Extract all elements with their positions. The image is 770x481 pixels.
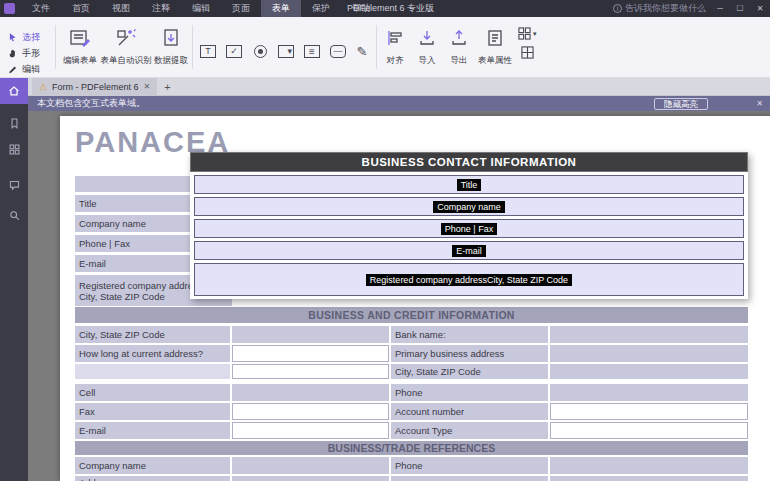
separator <box>192 25 193 69</box>
align-label: 对齐 <box>387 55 404 65</box>
hand-tool-button[interactable]: 手形 <box>8 46 40 60</box>
input-cell[interactable] <box>232 422 389 439</box>
align-icon <box>380 24 410 52</box>
table-row: City, State ZIP Code Bank name: <box>75 326 748 343</box>
list-box-icon[interactable]: ≡ <box>300 39 324 63</box>
push-button-icon[interactable]: — <box>326 39 350 63</box>
table-cell: Account Type <box>391 422 548 439</box>
menu-form[interactable]: 表单 <box>261 0 301 17</box>
input-cell[interactable] <box>550 384 748 401</box>
input-cell[interactable] <box>232 326 389 343</box>
cursor-icon <box>8 32 18 43</box>
grid-dropdown-button[interactable]: ▾ <box>518 27 537 40</box>
table-cell: Bank name: <box>391 326 548 343</box>
checkbox-icon[interactable]: ✓ <box>222 39 246 63</box>
thumbnails-panel-button[interactable] <box>0 136 28 162</box>
window-title: PDFelement 6 专业版 <box>347 0 434 17</box>
input-cell[interactable] <box>232 403 389 420</box>
menu-home[interactable]: 首页 <box>61 0 101 17</box>
form-field-address[interactable]: Registered company addressCity, State ZI… <box>194 263 744 296</box>
input-cell[interactable] <box>75 364 230 379</box>
edit-form-button[interactable]: 编辑表单 <box>58 24 102 67</box>
menu-comment[interactable]: 注释 <box>141 0 181 17</box>
input-cell[interactable] <box>232 345 389 362</box>
text-field-icon[interactable]: T <box>196 39 220 63</box>
field-name-chip: E-mail <box>452 245 486 257</box>
table-row: Address <box>75 476 748 481</box>
edit-form-label: 编辑表单 <box>63 55 97 65</box>
close-button[interactable]: ✕ <box>750 0 770 17</box>
edit-tool-label: 编辑 <box>22 63 40 76</box>
bookmarks-panel-button[interactable] <box>0 110 28 136</box>
window-controls: ─ ☐ ✕ <box>710 0 770 17</box>
highlight-fields-button[interactable]: 隐藏高亮 <box>654 98 708 110</box>
edit-tool-button[interactable]: 编辑 <box>8 62 40 76</box>
comments-panel-button[interactable] <box>0 172 28 198</box>
search-panel-button[interactable] <box>0 202 28 228</box>
form-properties-icon <box>474 24 516 52</box>
minimize-button[interactable]: ─ <box>710 0 730 17</box>
input-cell[interactable] <box>550 326 748 343</box>
menu-page[interactable]: 页面 <box>221 0 261 17</box>
tab-close-icon[interactable]: ✕ <box>144 82 151 91</box>
table-cell: City, State ZIP Code <box>391 364 548 379</box>
table-row: Company name Phone <box>75 457 748 474</box>
menu-view[interactable]: 视图 <box>101 0 141 17</box>
table-cell: Phone <box>391 457 548 474</box>
form-field-phone-fax[interactable]: Phone | Fax <box>194 219 744 238</box>
lightbulb-icon: i <box>613 4 622 13</box>
table-row: City, State ZIP Code <box>75 364 748 379</box>
field-name-chip: Title <box>457 179 482 191</box>
menu-edit[interactable]: 编辑 <box>181 0 221 17</box>
pointer-tools: 选择 手形 编辑 <box>8 30 40 76</box>
input-cell[interactable] <box>550 403 748 420</box>
signature-icon[interactable]: ✎ <box>350 39 374 63</box>
table-cell: Company name <box>75 457 230 474</box>
menu-protect[interactable]: 保护 <box>301 0 341 17</box>
data-extract-icon <box>152 24 190 52</box>
notification-close-icon[interactable]: ✕ <box>756 96 763 111</box>
form-auto-recognize-button[interactable]: 表单自动识别 <box>100 24 152 67</box>
input-cell[interactable] <box>232 476 389 481</box>
maximize-button[interactable]: ☐ <box>730 0 750 17</box>
input-cell[interactable] <box>550 476 748 481</box>
table-cell: Address <box>75 476 230 481</box>
import-button[interactable]: 导入 <box>412 24 442 67</box>
search-assistant[interactable]: i 告诉我你想要做什么 <box>613 0 706 17</box>
field-name-chip: Registered company addressCity, State ZI… <box>366 274 572 286</box>
input-cell[interactable] <box>232 364 389 379</box>
form-field-title[interactable]: Title <box>194 175 744 194</box>
input-cell[interactable] <box>550 364 748 379</box>
export-button[interactable]: 导出 <box>444 24 474 67</box>
hand-icon <box>8 48 18 59</box>
table-row: E-mail Account Type <box>75 422 748 439</box>
magic-wand-icon <box>100 24 152 52</box>
form-field-company-name[interactable]: Company name <box>194 197 744 216</box>
document-tab[interactable]: ⚠ Form - PDFelement 6 ✕ <box>32 78 157 96</box>
input-cell[interactable] <box>232 384 389 401</box>
grid-button[interactable] <box>521 46 534 59</box>
radio-button-icon[interactable] <box>248 39 272 63</box>
input-cell[interactable] <box>550 457 748 474</box>
form-properties-button[interactable]: 表单属性 <box>474 24 516 67</box>
titlebar: 文件 首页 视图 注释 编辑 页面 表单 保护 帮助 PDFelement 6 … <box>0 0 770 17</box>
tab-label: Form - PDFelement 6 <box>52 82 139 92</box>
import-icon <box>412 24 442 52</box>
combo-box-icon[interactable]: ▾ <box>274 39 298 63</box>
home-panel-button[interactable] <box>0 78 28 104</box>
input-cell[interactable] <box>550 422 748 439</box>
data-extract-button[interactable]: 数据提取 <box>152 24 190 67</box>
form-auto-recognize-label: 表单自动识别 <box>101 55 152 65</box>
form-notification-bar: 本文档包含交互式表单域。 隐藏高亮 ✕ <box>28 96 770 111</box>
align-button[interactable]: 对齐 <box>380 24 410 67</box>
select-tool-button[interactable]: 选择 <box>8 30 40 44</box>
form-field-email[interactable]: E-mail <box>194 241 744 260</box>
search-icon <box>8 209 21 222</box>
pen-icon <box>8 64 18 75</box>
menu-file[interactable]: 文件 <box>21 0 61 17</box>
import-label: 导入 <box>419 55 436 65</box>
table-cell: Fax <box>75 403 230 420</box>
new-tab-button[interactable]: + <box>164 81 170 93</box>
input-cell[interactable] <box>550 345 748 362</box>
input-cell[interactable] <box>232 457 389 474</box>
